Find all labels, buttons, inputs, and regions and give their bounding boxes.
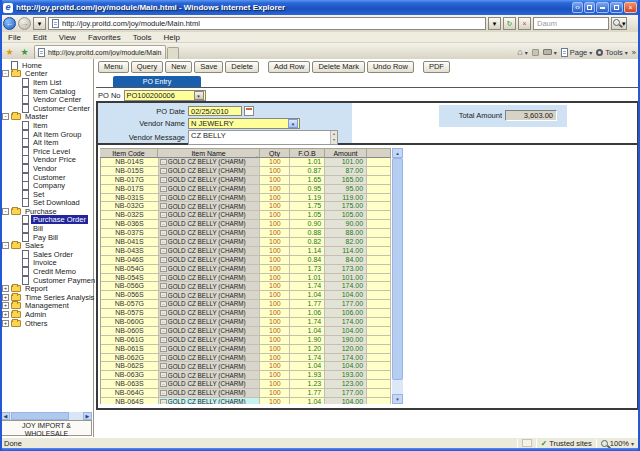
row-browse-button[interactable]: ..: [160, 186, 167, 192]
cell-fob[interactable]: 1.04: [290, 362, 325, 371]
search-button[interactable]: ▾: [611, 17, 627, 30]
sidebar-item-invoice[interactable]: Invoice: [0, 259, 93, 268]
sidebar-item-set[interactable]: Set: [0, 190, 93, 199]
row-browse-button[interactable]: ..: [160, 177, 167, 183]
row-browse-button[interactable]: ..: [160, 301, 167, 307]
cell-fob[interactable]: 1.04: [290, 398, 325, 404]
table-row[interactable]: NB-036S..GOLD CZ BELLY (CHARM)1000.9090.…: [101, 220, 391, 229]
row-browse-button[interactable]: ..: [160, 346, 167, 352]
po-no-dropdown-icon[interactable]: ▾: [194, 91, 204, 100]
cell-item-name[interactable]: ..GOLD CZ BELLY (CHARM): [159, 380, 261, 389]
cell-item-code[interactable]: NB-057S: [101, 309, 159, 318]
row-browse-button[interactable]: ..: [160, 248, 167, 254]
cell-fob[interactable]: 1.04: [290, 327, 325, 336]
row-browse-button[interactable]: ..: [160, 203, 167, 209]
cell-item-code[interactable]: NB-043S: [101, 247, 159, 256]
browser-tab[interactable]: http://joy.proitd.com/joy/module/Main.ht…: [34, 45, 166, 59]
cell-item-code[interactable]: NB-014S: [101, 158, 159, 167]
textarea-spinner-icon[interactable]: ▴▾: [330, 131, 337, 144]
row-browse-button[interactable]: ..: [160, 159, 167, 165]
cell-qty[interactable]: 100: [260, 371, 290, 380]
cell-item-name[interactable]: ..GOLD CZ BELLY (CHARM): [159, 185, 261, 194]
table-row[interactable]: NB-061S..GOLD CZ BELLY (CHARM)1001.20120…: [101, 345, 391, 354]
delete-button[interactable]: Delete: [225, 61, 259, 73]
cell-item-name[interactable]: ..GOLD CZ BELLY (CHARM): [159, 389, 261, 398]
cell-qty[interactable]: 100: [260, 380, 290, 389]
vendor-name-select[interactable]: N JEWELRY ▾: [188, 118, 300, 129]
menu-file[interactable]: File: [2, 33, 27, 42]
scroll-right-icon[interactable]: ▶: [83, 412, 92, 420]
sidebar-item-report[interactable]: +Report: [0, 284, 93, 293]
cell-qty[interactable]: 100: [260, 274, 290, 283]
sidebar-item-others[interactable]: +Others: [0, 319, 93, 328]
scroll-down-icon[interactable]: ▾: [392, 394, 403, 404]
menu-view[interactable]: View: [53, 33, 82, 42]
table-row[interactable]: NB-062G..GOLD CZ BELLY (CHARM)1001.74174…: [101, 354, 391, 363]
table-row[interactable]: NB-041S..GOLD CZ BELLY (CHARM)1000.8282.…: [101, 238, 391, 247]
add-row-button[interactable]: Add Row: [268, 61, 310, 73]
cell-item-name[interactable]: ..GOLD CZ BELLY (CHARM): [159, 167, 261, 176]
sidebar-item-set-download[interactable]: Set Download: [0, 199, 93, 208]
row-browse-button[interactable]: ..: [160, 221, 167, 227]
search-input[interactable]: Daum: [533, 17, 609, 30]
cell-fob[interactable]: 1.74: [290, 282, 325, 291]
cell-item-name[interactable]: ..GOLD CZ BELLY (CHARM): [159, 309, 261, 318]
cell-item-name[interactable]: ..GOLD CZ BELLY (CHARM): [159, 362, 261, 371]
table-row[interactable]: NB-015S..GOLD CZ BELLY (CHARM)1000.8787.…: [101, 167, 391, 176]
cell-qty[interactable]: 100: [260, 247, 290, 256]
feeds-button[interactable]: [532, 49, 539, 56]
back-button[interactable]: ←: [3, 17, 16, 30]
row-browse-button[interactable]: ..: [160, 266, 167, 272]
table-row[interactable]: NB-063S..GOLD CZ BELLY (CHARM)1001.23123…: [101, 380, 391, 389]
close-button[interactable]: ×: [624, 2, 637, 13]
new-tab-stub[interactable]: [167, 47, 179, 59]
sidebar-item-item-catalog[interactable]: Item Catalog: [0, 87, 93, 96]
cell-item-name[interactable]: ..GOLD CZ BELLY (CHARM): [159, 256, 261, 265]
expand-icon[interactable]: +: [2, 294, 9, 301]
table-row[interactable]: NB-062S..GOLD CZ BELLY (CHARM)1001.04104…: [101, 362, 391, 371]
cell-item-name[interactable]: ..GOLD CZ BELLY (CHARM): [159, 300, 261, 309]
row-browse-button[interactable]: ..: [160, 168, 167, 174]
sidebar-item-home[interactable]: Home: [0, 61, 93, 70]
vendor-dropdown-icon[interactable]: ▾: [288, 119, 298, 128]
row-browse-button[interactable]: ..: [160, 275, 167, 281]
cell-item-name[interactable]: ..GOLD CZ BELLY (CHARM): [159, 265, 261, 274]
sidebar-item-bill[interactable]: Bill: [0, 224, 93, 233]
cell-item-code[interactable]: NB-041S: [101, 238, 159, 247]
cell-item-code[interactable]: NB-036S: [101, 220, 159, 229]
cell-qty[interactable]: 100: [260, 318, 290, 327]
row-browse-button[interactable]: ..: [160, 239, 167, 245]
column-header-f-o-b[interactable]: F.O.B: [290, 148, 325, 158]
cell-item-name[interactable]: ..GOLD CZ BELLY (CHARM): [159, 345, 261, 354]
hscroll-thumb[interactable]: [11, 412, 69, 420]
cell-item-name[interactable]: ..GOLD CZ BELLY (CHARM): [159, 327, 261, 336]
sidebar-item-purchase[interactable]: -Purchase: [0, 207, 93, 216]
sidebar-item-vendor-center[interactable]: Vendor Center: [0, 95, 93, 104]
cell-fob[interactable]: 1.01: [290, 158, 325, 167]
table-row[interactable]: NB-031S..GOLD CZ BELLY (CHARM)1001.19119…: [101, 194, 391, 203]
cell-fob[interactable]: 1.01: [290, 274, 325, 283]
cell-qty[interactable]: 100: [260, 211, 290, 220]
cell-item-name[interactable]: ..GOLD CZ BELLY (CHARM): [159, 291, 261, 300]
sidebar-item-management[interactable]: +Management: [0, 302, 93, 311]
cell-item-name[interactable]: ..GOLD CZ BELLY (CHARM): [159, 194, 261, 203]
cell-qty[interactable]: 100: [260, 336, 290, 345]
zoom-dropdown-icon[interactable]: ▾: [631, 440, 634, 447]
cell-item-name[interactable]: ..GOLD CZ BELLY (CHARM): [159, 247, 261, 256]
collapse-icon[interactable]: -: [2, 70, 9, 77]
cell-qty[interactable]: 100: [260, 202, 290, 211]
cell-item-code[interactable]: NB-031S: [101, 194, 159, 203]
table-row[interactable]: NB-054S..GOLD CZ BELLY (CHARM)1001.01101…: [101, 274, 391, 283]
cell-qty[interactable]: 100: [260, 389, 290, 398]
collapse-icon[interactable]: -: [2, 208, 9, 215]
minimize-button[interactable]: [596, 2, 609, 13]
row-browse-button[interactable]: ..: [160, 310, 167, 316]
sidebar-item-customer-payment[interactable]: Customer Payment: [0, 276, 93, 285]
zoom-control[interactable]: 100% ▾: [601, 439, 640, 448]
scroll-left-icon[interactable]: ◀: [1, 412, 10, 420]
cell-item-code[interactable]: NB-064S: [101, 398, 159, 404]
row-browse-button[interactable]: ..: [160, 399, 167, 404]
cell-qty[interactable]: 100: [260, 194, 290, 203]
expand-icon[interactable]: +: [2, 311, 9, 318]
cell-item-code[interactable]: NB-032S: [101, 211, 159, 220]
